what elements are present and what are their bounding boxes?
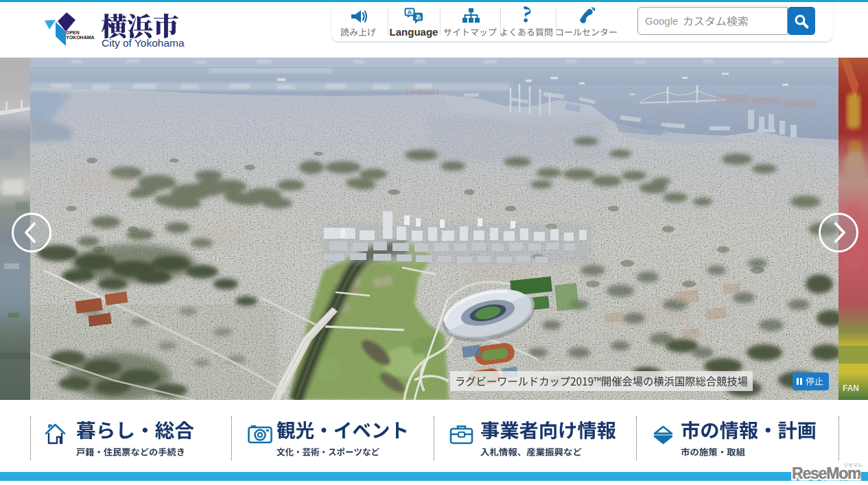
- svg-text:FAN: FAN: [843, 383, 859, 393]
- svg-text:A: A: [408, 8, 412, 16]
